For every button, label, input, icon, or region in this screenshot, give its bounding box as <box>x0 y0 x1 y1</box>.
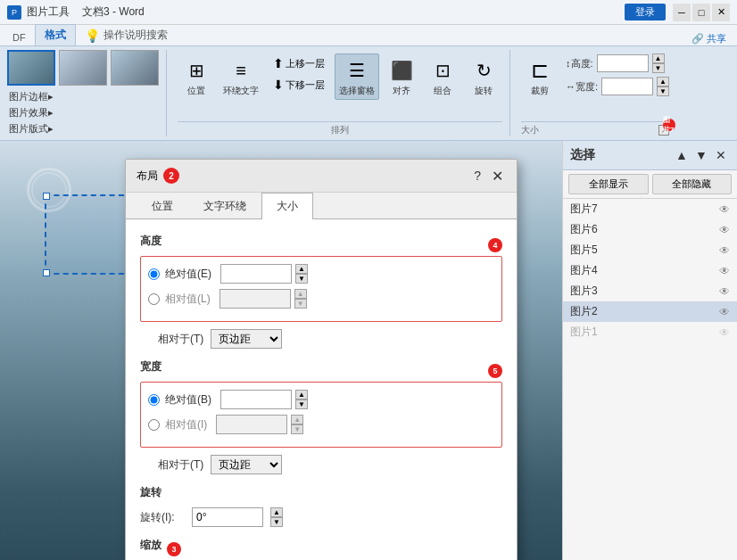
close-button[interactable]: ✕ <box>712 4 730 21</box>
height-badge: 4 <box>488 238 502 252</box>
group-btn[interactable]: ⊡ 组合 <box>424 54 461 100</box>
size-expand-btn[interactable]: ↗ 图片7 <box>658 125 669 136</box>
rotate-btn[interactable]: ↻ 旋转 <box>465 54 502 100</box>
height-relative-radio[interactable] <box>148 293 160 305</box>
rotate-spin-buttons: ▲ ▼ <box>270 507 283 527</box>
window-controls: ─ □ ✕ <box>673 4 730 21</box>
width-relative-label[interactable]: 相对值(I) <box>165 417 207 432</box>
scale-badge: 3 <box>167 542 181 556</box>
ribbon-group-style: 图片边框▸ 图片效果▸ 图片版式▸ <box>7 50 167 136</box>
width-align-select[interactable]: 页边距 <box>211 455 282 474</box>
dialog-tab-position[interactable]: 位置 <box>137 193 188 219</box>
height-input[interactable] <box>597 54 649 72</box>
width-absolute-radio[interactable] <box>148 394 160 406</box>
width-badge: 5 <box>488 364 502 378</box>
minimize-button[interactable]: ─ <box>673 4 691 21</box>
ribbon-body: 图片边框▸ 图片效果▸ 图片版式▸ ⊞ 位置 ≡ 环绕文字 ⬆ 上移一层 ⬇ <box>0 46 737 141</box>
login-button[interactable]: 登录 <box>625 4 666 21</box>
height-relative-row: 相对值(L) ▲ ▼ <box>148 289 494 309</box>
img-border-btn[interactable]: 图片边框▸ <box>7 89 159 104</box>
position-btn[interactable]: ⊞ 位置 <box>178 54 215 100</box>
height-rel-spin-buttons: ▲ ▼ <box>294 289 307 309</box>
ribbon-group-size: ⊏ 裁剪 ↕高度: ▲ ▼ ↔宽度: ▲ ▼ <box>514 50 676 136</box>
height-abs-down[interactable]: ▼ <box>295 274 308 284</box>
dialog-close-button[interactable]: ✕ <box>488 167 506 185</box>
img-layout-btn[interactable]: 图片版式▸ <box>7 121 159 136</box>
badge-1: 图片7 <box>663 119 675 131</box>
img-thumb-3[interactable] <box>111 50 159 86</box>
scale-section: 缩放 3 高度(H): ▲ ▼ 宽度(W): <box>140 538 502 560</box>
app-title: 图片工具 <box>27 4 70 20</box>
img-effect-btn[interactable]: 图片效果▸ <box>7 105 159 120</box>
dialog-help-button[interactable]: ? <box>474 169 481 183</box>
rotate-down[interactable]: ▼ <box>270 517 283 527</box>
height-absolute-label[interactable]: 绝对值(E) <box>165 267 211 282</box>
width-rel-up: ▲ <box>291 415 303 424</box>
width-section-title: 宽度 <box>140 359 161 375</box>
wrap-text-btn[interactable]: ≡ 环绕文字 <box>219 54 263 100</box>
width-absolute-input[interactable] <box>220 390 292 409</box>
width-absolute-label[interactable]: 绝对值(B) <box>165 392 211 408</box>
width-align-label: 相对于(T) <box>158 457 203 473</box>
width-relative-input-group: ▲ ▼ <box>216 415 303 434</box>
tab-format[interactable]: 格式 <box>35 24 76 45</box>
height-absolute-radio[interactable] <box>148 268 160 280</box>
height-relative-label[interactable]: 相对值(L) <box>165 292 211 307</box>
height-box: 绝对值(E) ▲ ▼ 相对值(L) <box>140 256 502 322</box>
dialog-tab-wrap[interactable]: 文字环绕 <box>188 193 261 219</box>
dialog-tabs: 位置 文字环绕 大小 <box>126 193 517 219</box>
width-spin-buttons: ▲ ▼ <box>295 390 308 409</box>
ribbon-group-arrange: ⊞ 位置 ≡ 环绕文字 ⬆ 上移一层 ⬇ 下移一层 ☰ 选择窗格 <box>170 50 510 136</box>
rotate-icon: ↻ <box>469 56 498 85</box>
size-inputs: ↕高度: ▲ ▼ ↔宽度: ▲ ▼ <box>566 54 669 96</box>
dialog-overlay: 布局 2 ? ✕ 位置 文字环绕 大小 高度 4 <box>0 141 737 560</box>
select-pane-btn[interactable]: ☰ 选择窗格 <box>335 54 379 100</box>
align-icon: ⬛ <box>387 56 416 85</box>
help-icon: 💡 <box>85 29 100 43</box>
img-thumb-1[interactable] <box>7 50 55 86</box>
maximize-button[interactable]: □ <box>692 4 710 21</box>
height-up[interactable]: ▲ <box>652 54 665 63</box>
rotate-field-label: 旋转(I): <box>140 510 185 525</box>
title-bar: P 图片工具 文档3 - Word 登录 ─ □ ✕ <box>0 0 737 25</box>
dialog-badge: 2 <box>163 168 179 184</box>
height-absolute-input[interactable] <box>220 264 292 284</box>
rotate-up[interactable]: ▲ <box>270 507 283 517</box>
bring-forward-btn[interactable]: ⬆ 上移一层 <box>267 54 331 73</box>
width-absolute-input-group: ▲ ▼ <box>220 390 308 409</box>
width-rel-spin-buttons: ▲ ▼ <box>291 415 303 434</box>
height-rel-down: ▼ <box>294 299 307 309</box>
width-down[interactable]: ▼ <box>657 86 669 96</box>
width-up[interactable]: ▲ <box>657 77 669 86</box>
tab-df[interactable]: DF <box>4 29 35 45</box>
width-input[interactable] <box>601 78 653 95</box>
rotate-input[interactable] <box>192 507 263 527</box>
height-abs-up[interactable]: ▲ <box>295 264 308 274</box>
wrap-text-icon: ≡ <box>227 56 255 85</box>
width-relative-radio[interactable] <box>148 419 160 431</box>
height-down[interactable]: ▼ <box>652 63 665 73</box>
align-btn[interactable]: ⬛ 对齐 <box>383 54 420 100</box>
bring-forward-icon: ⬆ <box>273 56 284 70</box>
height-align-select[interactable]: 页边距 <box>211 329 282 349</box>
height-relative-input-group: ▲ ▼ <box>219 289 307 309</box>
share-button[interactable]: 🔗 共享 <box>691 32 726 45</box>
height-section-title: 高度 <box>140 234 161 249</box>
rotate-section: 旋转 旋转(I): ▲ ▼ <box>140 485 502 527</box>
height-label: ↕高度: <box>566 57 593 70</box>
dialog-tab-size[interactable]: 大小 <box>261 193 313 219</box>
height-relative-input <box>219 289 291 309</box>
crop-icon: ⊏ <box>526 56 554 85</box>
width-abs-up[interactable]: ▲ <box>295 390 308 399</box>
send-backward-btn[interactable]: ⬇ 下移一层 <box>267 75 331 95</box>
layout-dialog: 布局 2 ? ✕ 位置 文字环绕 大小 高度 4 <box>125 159 518 560</box>
tab-help[interactable]: 💡 操作说明搜索 <box>76 25 177 45</box>
img-thumb-2[interactable] <box>59 50 107 86</box>
height-absolute-row: 绝对值(E) ▲ ▼ <box>148 264 494 284</box>
dialog-title-bar: 布局 2 ? ✕ <box>126 160 517 193</box>
height-align-row: 相对于(T) 页边距 <box>140 329 502 349</box>
share-area: 🔗 共享 <box>684 32 733 45</box>
crop-btn[interactable]: ⊏ 裁剪 <box>521 54 559 100</box>
width-abs-down[interactable]: ▼ <box>295 399 308 409</box>
arrange-group-label: 排列 <box>178 121 502 136</box>
